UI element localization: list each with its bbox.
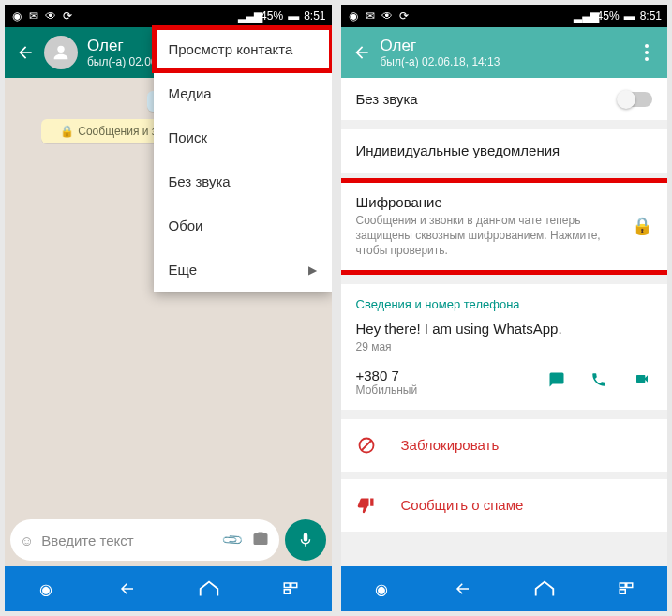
about-section-label: Сведения и номер телефона (356, 297, 653, 311)
message-icon[interactable] (547, 371, 566, 392)
eye-icon: 👁 (381, 9, 394, 23)
nav-recent-icon[interactable] (278, 577, 303, 601)
input-placeholder: Введите текст (41, 533, 217, 548)
mute-label: Без звука (356, 91, 418, 107)
mic-button[interactable] (285, 519, 326, 561)
emoji-icon[interactable]: ☺ (20, 533, 34, 548)
svg-rect-3 (284, 590, 290, 594)
video-icon[interactable] (632, 371, 652, 392)
encryption-section[interactable]: Шифрование Сообщения и звонки в данном ч… (341, 178, 668, 275)
mute-toggle[interactable] (619, 92, 652, 107)
sync-icon: ⟳ (397, 9, 411, 23)
last-seen: был(-а) 02.06.18, 14:13 (381, 55, 636, 68)
contact-info-screen: ◉ ✉ 👁 ⟳ ▂▄▆ 45% ▬ 8:51 Олег был(-а) 02.0… (341, 5, 668, 611)
svg-point-0 (57, 46, 64, 53)
lock-icon: 🔒 (632, 216, 652, 236)
thumbs-down-icon (356, 496, 377, 515)
status-bar: ◉ ✉ 👁 ⟳ ▂▄▆ 45% ▬ 8:51 (341, 5, 668, 27)
battery-icon: ▬ (623, 9, 636, 23)
header-text: Олег был(-а) 02.06.18, 14:13 (381, 37, 636, 68)
report-row[interactable]: Сообщить о спаме (341, 479, 668, 532)
block-row[interactable]: Заблокировать (341, 419, 668, 472)
avatar[interactable] (44, 36, 78, 69)
nav-back-icon[interactable] (451, 577, 475, 601)
menu-wallpaper[interactable]: Обои (154, 203, 332, 248)
message-input[interactable]: ☺ Введите текст 📎 (10, 519, 279, 561)
phone-type: Мобильный (356, 383, 548, 397)
status-text: Hey there! I am using WhatsApp. (356, 321, 653, 337)
back-button[interactable] (351, 41, 373, 64)
svg-rect-2 (291, 583, 297, 588)
menu-more[interactable]: Еще▶ (154, 248, 332, 292)
svg-rect-1 (284, 583, 290, 588)
options-dropdown: Просмотр контакта Медиа Поиск Без звука … (154, 27, 332, 292)
nav-home-icon[interactable] (197, 577, 221, 601)
nav-home-icon[interactable] (532, 577, 557, 601)
custom-notif-label: Индивидуальные уведомления (356, 143, 653, 158)
clock: 8:51 (304, 9, 325, 23)
svg-rect-8 (620, 590, 626, 594)
menu-search[interactable]: Поиск (154, 115, 332, 159)
battery-icon: ▬ (287, 9, 300, 23)
chat-screen: ◉ ✉ 👁 ⟳ ▂▄▆ 45% ▬ 8:51 Олег был(-а) 02.0… (5, 5, 332, 611)
eye-icon: 👁 (44, 9, 57, 23)
back-button[interactable] (14, 41, 37, 64)
mail-icon: ✉ (364, 9, 377, 23)
block-label: Заблокировать (401, 437, 500, 453)
encryption-desc: Сообщения и звонки в данном чате теперь … (356, 213, 623, 259)
chevron-right-icon: ▶ (308, 263, 317, 277)
battery-pct: 45% (261, 9, 283, 23)
signal-icon: ▂▄▆ (580, 9, 593, 23)
status-bar: ◉ ✉ 👁 ⟳ ▂▄▆ 45% ▬ 8:51 (5, 5, 332, 27)
bottom-nav: ◉ (5, 566, 332, 611)
nav-tv-icon[interactable]: ◉ (369, 577, 394, 601)
signal-icon: ▂▄▆ (244, 9, 257, 23)
menu-media[interactable]: Медиа (154, 71, 332, 115)
svg-rect-6 (620, 583, 626, 588)
custom-notifications-row[interactable]: Индивидуальные уведомления (341, 129, 668, 173)
phone-number: +380 7 (356, 368, 548, 383)
nav-recent-icon[interactable] (614, 577, 638, 601)
svg-line-5 (362, 441, 371, 450)
contact-name: Олег (381, 37, 636, 55)
report-label: Сообщить о спаме (401, 497, 524, 513)
lock-icon: 🔒 (60, 125, 74, 138)
sync-icon: ⟳ (61, 9, 74, 23)
mail-icon: ✉ (27, 9, 40, 23)
input-area: ☺ Введите текст 📎 (5, 514, 332, 566)
bottom-nav: ◉ (341, 566, 668, 611)
encryption-title: Шифрование (356, 194, 623, 210)
status-date: 29 мая (356, 339, 653, 354)
clock: 8:51 (640, 9, 662, 23)
camera-icon[interactable] (251, 531, 270, 550)
attach-icon[interactable]: 📎 (220, 528, 245, 552)
svg-rect-7 (627, 583, 633, 588)
phone-row[interactable]: +380 7 Мобильный (356, 368, 653, 397)
about-section: Сведения и номер телефона Hey there! I a… (341, 284, 668, 410)
battery-pct: 45% (597, 9, 620, 23)
contact-body: Без звука Индивидуальные уведомления Шиф… (341, 78, 668, 566)
teamviewer-icon: ◉ (347, 9, 360, 23)
call-icon[interactable] (590, 371, 607, 392)
block-icon (356, 436, 377, 455)
more-button[interactable] (635, 44, 658, 61)
teamviewer-icon: ◉ (10, 9, 23, 23)
nav-back-icon[interactable] (115, 577, 140, 601)
menu-view-contact[interactable]: Просмотр контакта (154, 27, 332, 71)
nav-tv-icon[interactable]: ◉ (34, 577, 58, 601)
mute-section[interactable]: Без звука (341, 78, 668, 120)
contact-header: Олег был(-а) 02.06.18, 14:13 (341, 27, 668, 78)
menu-mute[interactable]: Без звука (154, 159, 332, 203)
